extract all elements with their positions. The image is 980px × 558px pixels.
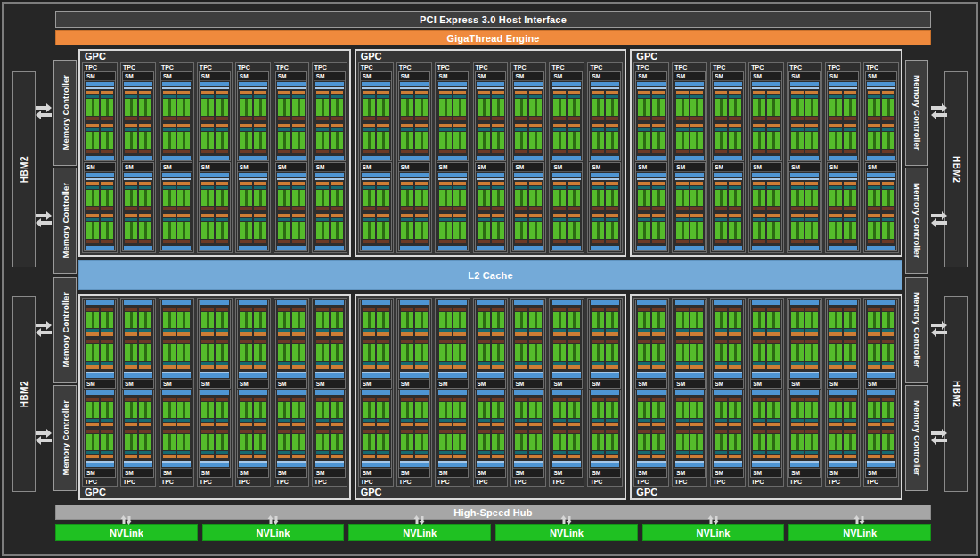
sm-processing-block <box>363 91 375 120</box>
sm-lightblue-bar <box>200 178 229 180</box>
core-array <box>652 344 665 360</box>
core-array <box>163 402 176 418</box>
scheduler-bar <box>86 362 99 365</box>
load-store-bar <box>453 308 466 311</box>
core-array <box>652 99 665 116</box>
load-store-bar <box>201 117 214 120</box>
scheduler-bar <box>216 128 228 131</box>
load-store-bar <box>592 240 604 243</box>
sm-cache-bar-bottom <box>867 156 895 160</box>
hbm2-label: HBM2 <box>20 381 29 407</box>
sm-block: SM <box>84 390 116 479</box>
core-array <box>278 434 290 450</box>
sm-processing-row <box>363 308 389 336</box>
sm-cache-bar-bottom <box>162 156 191 160</box>
tpc-block: TPCSMSM <box>312 62 347 253</box>
sm-processing-block <box>216 340 228 368</box>
load-store-bar <box>492 240 504 243</box>
core-array <box>415 132 428 149</box>
sm-block: SM <box>551 71 583 161</box>
sm-processing-block <box>868 214 880 243</box>
sm-cache-bar-bottom <box>637 390 666 395</box>
sm-processing-block <box>415 398 428 426</box>
sm-processing-block <box>882 430 894 458</box>
tpc-label: TPC <box>359 63 393 71</box>
tpc-label: TPC <box>826 63 860 71</box>
arrow-right-icon <box>36 106 46 110</box>
sm-block: SM <box>788 390 821 479</box>
sm-processing-block <box>568 430 580 458</box>
scheduler-bar <box>805 362 818 365</box>
core-array <box>729 312 741 328</box>
sm-processing-block <box>868 182 880 211</box>
sm-label: SM <box>789 163 820 172</box>
sm-processing-row <box>753 430 780 458</box>
register-file-bar <box>829 423 842 426</box>
sm-block: SM <box>674 300 706 389</box>
scheduler-bar <box>492 128 504 131</box>
core-array <box>676 190 689 207</box>
load-store-bar <box>753 117 765 120</box>
sm-cache-bar-bottom <box>790 300 819 305</box>
register-file-bar <box>201 332 214 336</box>
scheduler-bar <box>606 451 618 454</box>
core-array <box>568 132 580 149</box>
sm-lightblue-bar <box>790 87 819 89</box>
register-file-bar <box>882 455 894 458</box>
core-array <box>529 434 542 450</box>
core-array <box>553 402 566 418</box>
sm-processing-block <box>240 308 252 336</box>
scheduler-bar <box>453 451 466 454</box>
register-file-bar <box>844 423 856 426</box>
core-array <box>453 402 466 418</box>
core-array <box>492 344 504 360</box>
register-file-bar <box>638 124 650 127</box>
register-file-bar <box>529 455 542 458</box>
register-file-bar <box>553 423 566 426</box>
scheduler-bar <box>767 451 780 454</box>
load-store-bar <box>638 308 650 311</box>
sm-label: SM <box>200 468 230 477</box>
scheduler-bar <box>829 128 842 131</box>
tpc-label: TPC <box>159 63 193 71</box>
sm-lightblue-bar <box>477 87 505 89</box>
sm-processing-row <box>478 124 504 153</box>
scheduler-bar <box>453 128 466 131</box>
register-file-bar <box>415 91 428 94</box>
sm-processing-row <box>592 430 618 458</box>
core-array <box>439 344 452 360</box>
core-array <box>715 344 727 360</box>
sm-cache-bar-top <box>86 373 114 378</box>
register-file-bar <box>439 423 452 426</box>
load-store-bar <box>829 240 842 243</box>
register-file-bar <box>316 91 329 94</box>
core-array <box>606 132 618 149</box>
register-file-bar <box>882 423 894 426</box>
sm-lightblue-bar <box>315 178 344 180</box>
sm-processing-block <box>715 340 727 368</box>
sm-processing-block <box>492 214 504 243</box>
sm-cache-bar-bottom <box>86 300 114 305</box>
sm-processing-block <box>254 340 266 368</box>
load-store-bar <box>363 207 375 210</box>
load-store-bar <box>292 308 305 311</box>
arrow-down-icon <box>862 516 864 521</box>
sm-processing-block <box>805 214 818 243</box>
tpc-block: TPCSMSM <box>748 62 784 253</box>
scheduler-bar <box>377 128 389 131</box>
sm-label: SM <box>238 468 268 477</box>
sm-processing-block <box>377 124 389 153</box>
scheduler-bar <box>163 218 176 221</box>
core-array <box>453 222 466 239</box>
core-array <box>676 402 689 418</box>
register-file-bar <box>316 214 329 217</box>
sm-processing-block <box>568 398 580 426</box>
sm-processing-row <box>363 91 389 120</box>
sm-processing-row <box>439 124 466 153</box>
load-store-bar <box>216 308 228 311</box>
scheduler-bar <box>652 329 665 332</box>
register-file-bar <box>515 332 527 336</box>
register-file-bar <box>278 182 290 185</box>
sm-label: SM <box>399 163 429 172</box>
core-array <box>177 222 190 239</box>
